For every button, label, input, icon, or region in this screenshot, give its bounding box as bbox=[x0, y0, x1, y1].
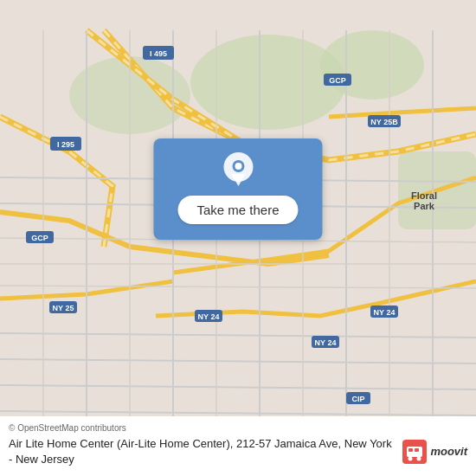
svg-text:I 295: I 295 bbox=[57, 140, 74, 149]
location-pin-icon bbox=[222, 154, 254, 187]
address-row: Air Lite Home Center (Air-Lite Home Cent… bbox=[9, 436, 467, 467]
moovit-logo: moovit bbox=[402, 440, 467, 464]
svg-rect-59 bbox=[415, 448, 419, 452]
take-me-there-button[interactable]: Take me there bbox=[177, 196, 298, 224]
svg-point-56 bbox=[408, 456, 413, 460]
svg-text:GCP: GCP bbox=[31, 234, 48, 242]
svg-text:Floral: Floral bbox=[411, 190, 437, 201]
svg-text:NY 25B: NY 25B bbox=[370, 118, 398, 126]
moovit-brand-text: moovit bbox=[430, 445, 467, 458]
svg-point-57 bbox=[417, 456, 421, 460]
svg-text:Park: Park bbox=[414, 201, 435, 211]
info-card: Take me there bbox=[153, 138, 322, 240]
svg-text:NY 25: NY 25 bbox=[53, 304, 74, 312]
svg-rect-55 bbox=[407, 447, 422, 457]
map-container: I 495 I 295 GCP GCP GCP NY 25B NY 25 NY … bbox=[0, 0, 476, 476]
svg-text:NY 24: NY 24 bbox=[374, 308, 396, 317]
svg-text:CIP: CIP bbox=[351, 395, 364, 403]
svg-text:NY 24: NY 24 bbox=[315, 338, 337, 347]
copyright-text: © OpenStreetMap contributors bbox=[9, 423, 467, 433]
svg-rect-58 bbox=[408, 448, 413, 452]
svg-point-1 bbox=[190, 35, 346, 130]
svg-text:I 495: I 495 bbox=[150, 49, 167, 58]
address-text: Air Lite Home Center (Air-Lite Home Cent… bbox=[9, 436, 394, 467]
bottom-bar: © OpenStreetMap contributors Air Lite Ho… bbox=[0, 416, 476, 476]
svg-point-52 bbox=[235, 163, 241, 170]
svg-point-2 bbox=[320, 30, 424, 100]
svg-text:NY 24: NY 24 bbox=[198, 312, 220, 321]
svg-text:GCP: GCP bbox=[329, 76, 346, 85]
